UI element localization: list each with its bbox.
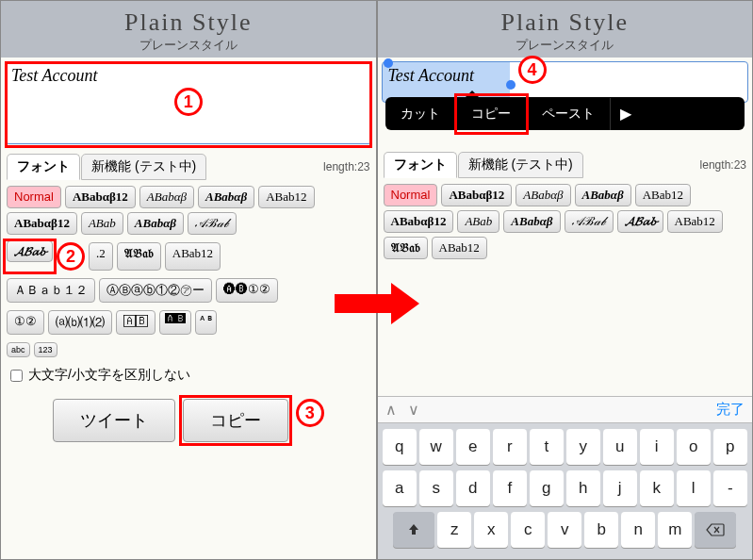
key-shift[interactable] — [393, 512, 434, 548]
font-script-light-r[interactable]: 𝒜ℬ𝒶𝒷 — [565, 210, 614, 233]
font-circled[interactable]: ⒶⒷⓐⓑ①②㋐ー — [99, 278, 212, 303]
key-x[interactable]: x — [474, 512, 508, 548]
app-subtitle: プレーンスタイル — [1, 37, 376, 54]
font-sans-12-r[interactable]: ABab12 — [635, 184, 691, 206]
font-sans-ab12-r[interactable]: ABab12 — [432, 237, 487, 259]
app-title-r: Plain Style — [378, 8, 753, 37]
ctx-paste[interactable]: ペースト — [527, 98, 611, 130]
annotation-num-1: 1 — [174, 88, 203, 116]
case-checkbox-label: 大文字/小文字を区別しない — [28, 367, 190, 384]
app-title: Plain Style — [1, 8, 376, 37]
tab-newfeatures-r[interactable]: 新機能 (テスト中) — [458, 152, 583, 178]
key-c[interactable]: c — [511, 512, 545, 548]
font-mono-12[interactable]: ＡＢａｂ１２ — [7, 278, 95, 303]
font-serif-bolditalic-r[interactable]: ABabαβ — [575, 184, 631, 206]
key-t[interactable]: t — [530, 429, 564, 465]
font-serif-bold[interactable]: ABabαβ12 — [65, 186, 136, 208]
action-row: ツイート コピー 3 — [1, 389, 376, 452]
font-serif-bold-r[interactable]: ABabαβ12 — [441, 184, 512, 206]
tweet-button[interactable]: ツイート — [53, 399, 175, 442]
annotation-box-3 — [179, 395, 292, 446]
selection-handle-start[interactable] — [384, 58, 393, 68]
font-sans-ab12[interactable]: ABab12 — [165, 242, 221, 271]
keyboard-row-1: qwertyuiop — [381, 429, 750, 465]
font-sans-12[interactable]: ABab12 — [258, 186, 314, 208]
annotation-arrow — [335, 283, 419, 324]
font-fraktur-bold[interactable]: 𝔄𝔅𝔞𝔟 — [117, 242, 161, 271]
font-serif-bolditalic[interactable]: ABabαβ — [198, 186, 254, 208]
key-z[interactable]: z — [437, 512, 471, 548]
font-tiny-123[interactable]: 123 — [34, 342, 57, 357]
font-sans-bolditalic[interactable]: ABabαβ — [127, 212, 184, 235]
key-i[interactable]: i — [640, 429, 674, 465]
case-checkbox[interactable] — [10, 370, 23, 382]
key-m[interactable]: m — [658, 512, 692, 548]
key-b[interactable]: b — [584, 512, 618, 548]
key-s[interactable]: s — [419, 470, 453, 506]
annotation-box-4 — [454, 93, 529, 135]
key-w[interactable]: w — [419, 429, 453, 465]
font-negcircled[interactable]: 🅐🅑①② — [216, 278, 278, 303]
key-e[interactable]: e — [456, 429, 490, 465]
tab-font-r[interactable]: フォント — [384, 152, 457, 178]
font-paren[interactable]: ⒜⒝⑴⑵ — [48, 310, 112, 335]
tab-newfeatures[interactable]: 新機能 (テスト中) — [81, 154, 206, 180]
ctx-cut[interactable]: カット — [385, 98, 456, 130]
font-fraktur-bold-r[interactable]: 𝔄𝔅𝔞𝔟 — [384, 237, 428, 259]
app-header: Plain Style プレーンスタイル — [1, 1, 376, 58]
app-header-r: Plain Style プレーンスタイル — [378, 1, 753, 58]
key-u[interactable]: u — [603, 429, 637, 465]
font-sans-bold-ab12[interactable]: ABabαβ12 — [7, 212, 77, 235]
key-p[interactable]: p — [713, 429, 747, 465]
font-box-neg[interactable]: 🅰🅱 — [159, 310, 191, 335]
key-k[interactable]: k — [640, 470, 674, 506]
kb-nav-arrows-icon[interactable]: ∧ ∨ — [385, 401, 423, 419]
annotation-num-4: 4 — [518, 56, 547, 84]
screen-right: Plain Style プレーンスタイル Test Account 4 カット … — [377, 0, 754, 560]
key-backspace[interactable] — [695, 512, 736, 548]
font-tiny-abc[interactable]: abc — [7, 342, 30, 357]
length-indicator-r: length:23 — [700, 158, 746, 172]
context-menu: カット コピー ペースト ▶ — [385, 97, 745, 130]
selection-handle-end[interactable] — [506, 80, 516, 90]
font-circled12[interactable]: ①② — [7, 310, 44, 335]
font-sans-bold-ab12-r[interactable]: ABabαβ12 — [384, 210, 454, 233]
key-h[interactable]: h — [566, 470, 600, 506]
font-buttons-grid-r: Normal ABabαβ12 ABabαβ ABabαβ ABab12 ABa… — [378, 180, 753, 263]
ctx-more-icon[interactable]: ▶ — [611, 97, 641, 130]
key-d[interactable]: d — [456, 470, 490, 506]
key-n[interactable]: n — [621, 512, 655, 548]
font-normal-r[interactable]: Normal — [384, 184, 438, 206]
font-buttons-grid: Normal ABabαβ12 ABabαβ ABabαβ ABab12 ABa… — [1, 182, 376, 361]
font-script-light[interactable]: 𝒜ℬ𝒶𝒷 — [188, 212, 237, 235]
key-f[interactable]: f — [493, 470, 527, 506]
font-fraktur-12[interactable]: .2 — [89, 242, 113, 271]
key-a[interactable]: a — [383, 470, 417, 506]
font-normal[interactable]: Normal — [7, 186, 61, 208]
font-sans-italic-ab[interactable]: ABab — [81, 212, 123, 235]
key-o[interactable]: o — [677, 429, 711, 465]
font-sans-italic-ab-r[interactable]: ABab — [457, 210, 499, 233]
key-q[interactable]: q — [383, 429, 417, 465]
key-j[interactable]: j — [603, 470, 637, 506]
key-r[interactable]: r — [493, 429, 527, 465]
kb-done-button[interactable]: 完了 — [716, 401, 745, 419]
font-serif-italic[interactable]: ABabαβ — [139, 186, 194, 208]
font-sans-bolditalic-r[interactable]: ABabαβ — [503, 210, 560, 233]
keyboard-toolbar: ∧ ∨ 完了 — [378, 396, 753, 423]
key-v[interactable]: v — [548, 512, 581, 548]
key--[interactable]: - — [713, 470, 747, 506]
tabs-row-r: フォント 新機能 (テスト中) length:23 — [378, 150, 753, 180]
key-g[interactable]: g — [530, 470, 564, 506]
font-inv-square[interactable]: 🄰🄱 — [116, 310, 156, 335]
annotation-num-2: 2 — [57, 242, 85, 271]
tabs-row: フォント 新機能 (テスト中) length:23 — [1, 152, 376, 182]
font-r2-ab12[interactable]: ABab12 — [667, 210, 723, 233]
tab-font[interactable]: フォント — [7, 154, 80, 180]
key-y[interactable]: y — [566, 429, 600, 465]
font-serif-italic-r[interactable]: ABabαβ — [516, 184, 570, 206]
font-small-ab[interactable]: ᴀ ʙ — [195, 310, 217, 335]
key-l[interactable]: l — [677, 470, 711, 506]
screen-left: Plain Style プレーンスタイル Test Account 1 フォント… — [0, 0, 377, 560]
font-script-bold-r[interactable]: 𝓐𝓑𝓪𝓫 — [617, 210, 663, 233]
